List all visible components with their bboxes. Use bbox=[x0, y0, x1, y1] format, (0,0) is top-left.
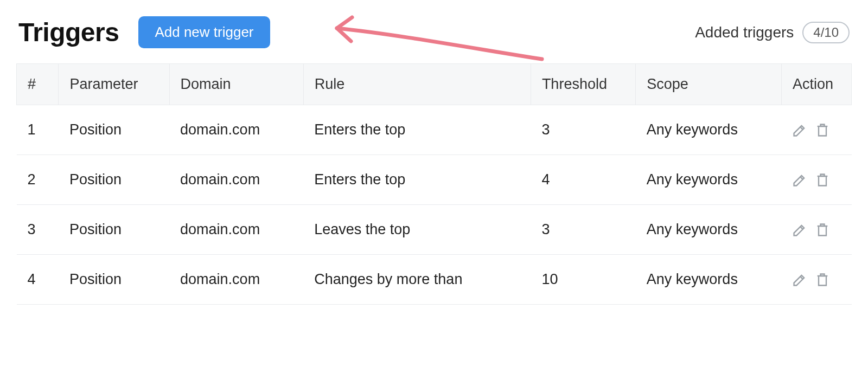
table-row: 4 Position domain.com Changes by more th… bbox=[17, 255, 852, 305]
table-row: 1 Position domain.com Enters the top 3 A… bbox=[17, 105, 852, 155]
action-icons bbox=[792, 172, 840, 188]
col-header-threshold: Threshold bbox=[531, 64, 635, 105]
cell-scope: Any keywords bbox=[636, 155, 782, 205]
cell-threshold: 3 bbox=[531, 105, 635, 155]
triggers-table: # Parameter Domain Rule Threshold Scope … bbox=[16, 63, 852, 305]
cell-rule: Enters the top bbox=[303, 105, 531, 155]
edit-icon[interactable] bbox=[792, 123, 807, 138]
cell-num: 3 bbox=[17, 205, 59, 255]
col-header-domain: Domain bbox=[169, 64, 303, 105]
cell-parameter: Position bbox=[59, 255, 169, 305]
added-triggers-label: Added triggers bbox=[695, 24, 794, 41]
edit-icon[interactable] bbox=[792, 222, 807, 237]
page-title: Triggers bbox=[18, 17, 119, 47]
table-row: 2 Position domain.com Enters the top 4 A… bbox=[17, 155, 852, 205]
edit-icon[interactable] bbox=[792, 272, 807, 287]
add-trigger-button[interactable]: Add new trigger bbox=[138, 16, 270, 48]
cell-scope: Any keywords bbox=[636, 255, 782, 305]
page-header: Triggers Add new trigger Added triggers … bbox=[16, 16, 852, 48]
edit-icon[interactable] bbox=[792, 172, 807, 188]
cell-domain: domain.com bbox=[169, 105, 303, 155]
cell-action bbox=[781, 255, 851, 305]
cell-action bbox=[781, 155, 851, 205]
cell-num: 4 bbox=[17, 255, 59, 305]
header-left: Triggers Add new trigger bbox=[18, 16, 270, 48]
annotation-arrow-icon bbox=[325, 13, 547, 62]
cell-parameter: Position bbox=[59, 205, 169, 255]
delete-icon[interactable] bbox=[815, 222, 830, 237]
action-icons bbox=[792, 222, 840, 237]
col-header-action: Action bbox=[781, 64, 851, 105]
count-badge: 4/10 bbox=[802, 22, 850, 43]
cell-threshold: 10 bbox=[531, 255, 635, 305]
header-right: Added triggers 4/10 bbox=[695, 22, 850, 43]
cell-action bbox=[781, 105, 851, 155]
cell-threshold: 3 bbox=[531, 205, 635, 255]
table-row: 3 Position domain.com Leaves the top 3 A… bbox=[17, 205, 852, 255]
cell-scope: Any keywords bbox=[636, 105, 782, 155]
table-header-row: # Parameter Domain Rule Threshold Scope … bbox=[17, 64, 852, 105]
cell-rule: Changes by more than bbox=[303, 255, 531, 305]
action-icons bbox=[792, 272, 840, 287]
col-header-scope: Scope bbox=[636, 64, 782, 105]
cell-threshold: 4 bbox=[531, 155, 635, 205]
cell-rule: Enters the top bbox=[303, 155, 531, 205]
cell-rule: Leaves the top bbox=[303, 205, 531, 255]
col-header-parameter: Parameter bbox=[59, 64, 169, 105]
col-header-num: # bbox=[17, 64, 59, 105]
cell-action bbox=[781, 205, 851, 255]
cell-domain: domain.com bbox=[169, 155, 303, 205]
cell-parameter: Position bbox=[59, 105, 169, 155]
cell-domain: domain.com bbox=[169, 255, 303, 305]
cell-domain: domain.com bbox=[169, 205, 303, 255]
cell-num: 2 bbox=[17, 155, 59, 205]
col-header-rule: Rule bbox=[303, 64, 531, 105]
cell-scope: Any keywords bbox=[636, 205, 782, 255]
cell-parameter: Position bbox=[59, 155, 169, 205]
delete-icon[interactable] bbox=[815, 172, 830, 188]
delete-icon[interactable] bbox=[815, 272, 830, 287]
cell-num: 1 bbox=[17, 105, 59, 155]
action-icons bbox=[792, 123, 840, 138]
delete-icon[interactable] bbox=[815, 123, 830, 138]
